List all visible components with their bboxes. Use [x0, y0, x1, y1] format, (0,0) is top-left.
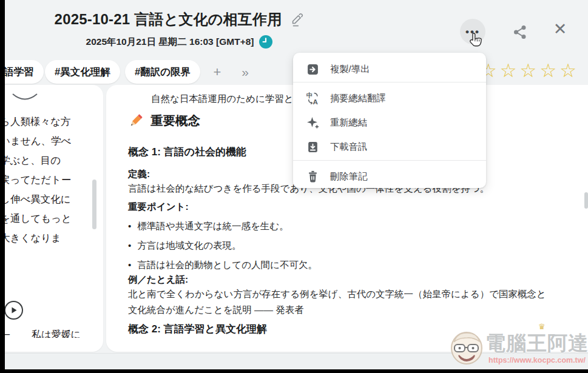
tag-label: #翻訳の限界	[135, 66, 191, 79]
example-label: 例／たとえ話:	[128, 273, 188, 286]
menu-item-resummarize[interactable]: 重新總結	[293, 112, 486, 133]
menu-item-label: 刪除筆記	[330, 170, 367, 183]
tag-label: 語学習	[5, 66, 34, 79]
note-meta: 2025年10月21日 星期二 16:03 [GMT+8]	[5, 35, 354, 49]
star-rating: ☆☆☆☆☆	[480, 59, 580, 82]
export-icon	[306, 63, 319, 76]
sidebar-scrollbar[interactable]	[92, 180, 96, 229]
bullet-item: • 言語は社会的動物としての人間に不可欠。	[128, 258, 317, 272]
main-scrollbar[interactable]	[584, 192, 588, 209]
transcript-line: 私は愛媛に	[32, 329, 81, 338]
mascot-icon	[449, 330, 484, 368]
transcript-panel: ら人類様々な方 いません、学べ 学ぶと、目の 戻ってただトー し伸べ異文化に を…	[5, 85, 103, 352]
section-title: 重要概念	[150, 114, 200, 127]
translate-icon: 中 A	[306, 92, 319, 105]
avatar-arc-icon	[11, 92, 39, 103]
more-options-button[interactable]: •••	[460, 19, 485, 44]
transcript-line: 戻ってただトー	[5, 170, 72, 189]
menu-item-translate-summary[interactable]: 中 A 摘要總結翻譯	[293, 87, 486, 109]
menu-item-label: 摘要總結翻譯	[330, 92, 386, 105]
concept-1-title: 概念 1: 言語の社会的機能	[128, 146, 246, 159]
menu-item-download-audio[interactable]: 下載音訊	[293, 136, 486, 158]
transcript-line: ら人類様々な方	[5, 112, 72, 131]
watermark-url[interactable]: https://www.kocpc.com.tw/	[485, 356, 588, 365]
bullet-glyph: •	[128, 220, 131, 233]
transcript-bottom-line: — 私は愛媛に	[5, 329, 103, 338]
menu-item-delete-note[interactable]: 刪除筆記	[293, 166, 486, 187]
ellipsis-icon: •••	[465, 27, 480, 37]
trash-icon	[306, 170, 319, 183]
star-icon[interactable]: ☆	[500, 60, 520, 81]
tag-label: #異文化理解	[55, 66, 110, 79]
crown-icon: ♛	[538, 322, 546, 331]
svg-text:A: A	[313, 98, 319, 104]
sparkle-icon	[306, 116, 319, 129]
bullet-glyph: •	[128, 258, 131, 272]
dash-glyph: —	[5, 329, 10, 338]
menu-item-label: 複製/導出	[330, 63, 370, 76]
concept-2-title: 概念 2: 言語学習と異文化理解	[128, 323, 267, 336]
bullet-item: • 標準語や共通文字は統一感を生む。	[128, 220, 289, 233]
add-tag-button[interactable]: +	[209, 60, 226, 84]
download-icon	[306, 141, 319, 153]
bullet-text: 標準語や共通文字は統一感を生む。	[137, 220, 288, 233]
menu-item-label: 重新總結	[330, 116, 367, 129]
close-icon[interactable]: ✕	[550, 19, 570, 39]
page-title: 2025-10-21 言語と文化の相互作用	[55, 10, 282, 29]
star-icon[interactable]: ☆	[520, 60, 540, 81]
pencil-icon	[128, 113, 144, 129]
star-icon[interactable]: ☆	[559, 60, 580, 81]
watermark-text: ♛ 電腦王阿達 https://www.kocpc.com.tw/	[485, 330, 588, 365]
bullet-text: 言語は社会的動物としての人間に不可欠。	[137, 258, 317, 272]
more-options-menu: 複製/導出 中 A 摘要總結翻譯 重新總結	[293, 53, 486, 188]
tag-chip[interactable]: #異文化理解	[45, 60, 120, 84]
transcript-line: 学ぶと、目の	[5, 150, 72, 170]
transcript-line: を通してもっと	[5, 209, 72, 228]
transcript-line: 大きくなりま	[5, 228, 72, 247]
star-icon[interactable]: ☆	[539, 60, 559, 81]
share-icon[interactable]	[512, 24, 528, 40]
watermark-brand: 電腦王阿達	[485, 330, 588, 357]
tag-chip[interactable]: #翻訳の限界	[125, 60, 200, 84]
transcript-text: ら人類様々な方 いません、学べ 学ぶと、目の 戻ってただトー し伸べ異文化に を…	[5, 112, 72, 247]
transcript-line: し伸べ異文化に	[5, 189, 72, 209]
note-header: 2025-10-21 言語と文化の相互作用	[5, 10, 354, 29]
key-points-label: 重要ポイント:	[128, 200, 189, 213]
summary-intro-line: 自然な日本語運用のために学習と	[151, 92, 294, 106]
note-datetime: 2025年10月21日 星期二 16:03 [GMT+8]	[86, 36, 254, 49]
tags-overflow-button[interactable]: »	[235, 60, 255, 84]
bullet-item: • 方言は地域文化の表現。	[128, 239, 242, 252]
note-window: 2025-10-21 言語と文化の相互作用 2025年10月21日 星期二 16…	[5, 0, 588, 369]
svg-text:中: 中	[306, 92, 313, 99]
play-audio-button[interactable]	[5, 301, 23, 320]
menu-item-label: 下載音訊	[330, 141, 367, 153]
bullet-text: 方言は地域文化の表現。	[137, 239, 241, 252]
menu-item-copy-export[interactable]: 複製/導出	[293, 58, 486, 80]
bullet-glyph: •	[128, 239, 131, 252]
transcript-line: いません、学べ	[5, 131, 72, 150]
definition-label: 定義:	[128, 167, 150, 181]
section-heading: 重要概念	[128, 113, 200, 129]
menu-divider	[293, 160, 486, 161]
example-text: 北と南で全くわからない方言が存在する例を挙げ、古代の文字統一（始皇帝による）で国…	[128, 286, 553, 317]
timezone-clock-icon	[259, 35, 272, 49]
menu-divider	[293, 82, 486, 82]
site-watermark: ♛ 電腦王阿達 https://www.kocpc.com.tw/	[449, 330, 588, 368]
edit-title-icon[interactable]	[290, 12, 304, 27]
tag-chip[interactable]: 語学習	[5, 60, 44, 84]
play-icon	[10, 306, 18, 314]
